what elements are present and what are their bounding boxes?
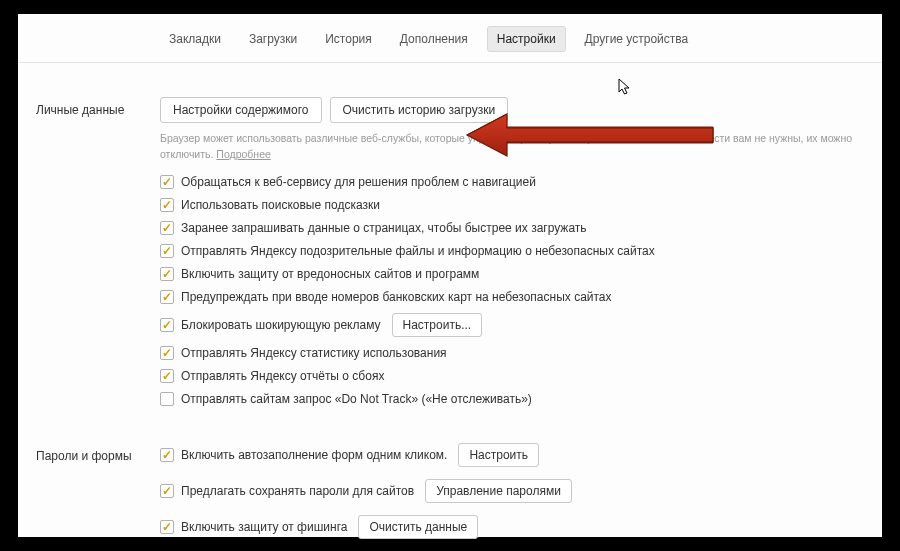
checkbox-label: Отправлять сайтам запрос «Do Not Track» … (181, 392, 532, 406)
checkbox-label: Включить автозаполнение форм одним клико… (181, 448, 447, 462)
section-title-passwords: Пароли и формы (36, 443, 160, 551)
tab-other-devices[interactable]: Другие устройства (576, 27, 698, 51)
checkbox-label: Отправлять Яндексу отчёты о сбоях (181, 369, 384, 383)
checkbox-label: Заранее запрашивать данные о страницах, … (181, 221, 587, 235)
webservices-hint: Браузер может использовать различные веб… (160, 131, 864, 163)
checkbox-nav-webservice[interactable] (160, 175, 174, 189)
checkbox-card-warning[interactable] (160, 290, 174, 304)
checkbox-save-passwords[interactable] (160, 484, 174, 498)
checkbox-label: Предупреждать при вводе номеров банковск… (181, 290, 612, 304)
checkbox-label: Включить защиту от фишинга (181, 520, 347, 534)
checkbox-send-suspicious[interactable] (160, 244, 174, 258)
tab-addons[interactable]: Дополнения (391, 27, 477, 51)
clear-download-history-button[interactable]: Очистить историю загрузки (330, 97, 509, 123)
configure-autofill-button[interactable]: Настроить (458, 443, 539, 467)
configure-ads-button[interactable]: Настроить... (392, 313, 483, 337)
tab-history[interactable]: История (316, 27, 381, 51)
checkbox-prefetch[interactable] (160, 221, 174, 235)
content-settings-button[interactable]: Настройки содержимого (160, 97, 322, 123)
section-passwords-forms: Пароли и формы Включить автозаполнение ф… (18, 415, 882, 551)
checkbox-malware-protect[interactable] (160, 267, 174, 281)
checkbox-label: Блокировать шокирующую рекламу (181, 318, 381, 332)
checkbox-label: Отправлять Яндексу статистику использова… (181, 346, 447, 360)
checkbox-label: Обращаться к веб-сервису для решения про… (181, 175, 536, 189)
checkbox-label: Использовать поисковые подсказки (181, 198, 380, 212)
checkbox-crash-reports[interactable] (160, 369, 174, 383)
checkbox-block-shocking-ads[interactable] (160, 318, 174, 332)
learn-more-link[interactable]: Подробнее (216, 148, 270, 160)
clear-data-button[interactable]: Очистить данные (358, 515, 478, 539)
section-title-personal: Личные данные (36, 97, 160, 415)
checkbox-do-not-track[interactable] (160, 392, 174, 406)
checkbox-label: Включить защиту от вредоносных сайтов и … (181, 267, 479, 281)
checkbox-phishing-protect[interactable] (160, 520, 174, 534)
checkbox-label: Отправлять Яндексу подозрительные файлы … (181, 244, 655, 258)
checkbox-label: Предлагать сохранять пароли для сайтов (181, 484, 414, 498)
top-tabs: Закладки Загрузки История Дополнения Нас… (18, 14, 882, 52)
section-personal-data: Личные данные Настройки содержимого Очис… (18, 63, 882, 415)
manage-passwords-button[interactable]: Управление паролями (425, 479, 572, 503)
checkbox-search-suggestions[interactable] (160, 198, 174, 212)
tab-bookmarks[interactable]: Закладки (160, 27, 230, 51)
tab-downloads[interactable]: Загрузки (240, 27, 306, 51)
checkbox-usage-stats[interactable] (160, 346, 174, 360)
tab-settings[interactable]: Настройки (487, 26, 566, 52)
checkbox-autofill[interactable] (160, 448, 174, 462)
